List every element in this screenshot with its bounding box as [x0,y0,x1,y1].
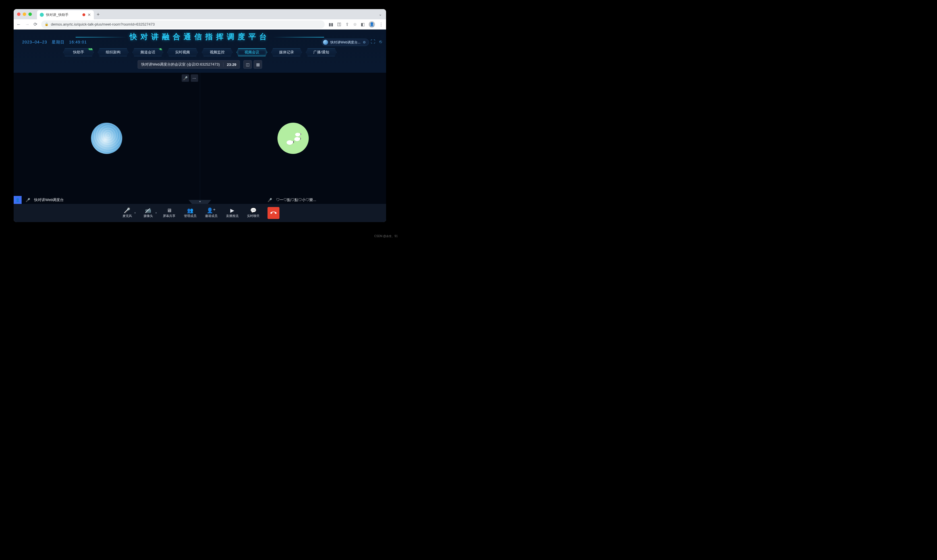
camera-off-icon: 📹 [145,208,151,213]
chevron-up-icon[interactable]: ▴ [134,211,136,214]
settings-gear-icon[interactable]: ⚙ [363,40,366,44]
participant-namebar: 🎤 ♡一♡點♡點♡小♡樂... [266,196,320,204]
side-panel-icon[interactable]: ◧ [361,22,365,27]
nav-tab-assistant[interactable]: 快助手 111 [63,48,94,56]
add-user-icon: 👤⁺ [207,208,216,213]
logout-icon[interactable]: ⎋ [379,39,382,44]
user-chip[interactable]: 快对讲Web调度台... ⚙ [321,38,369,46]
url-text: demos.anyrtc.io/quick-talk-plus/meet-roo… [51,22,154,26]
header-icons: ⛶ ⎋ [371,39,382,44]
badge: 111 [88,46,95,50]
chat-icon: 💬 [250,208,256,213]
cell-more-icon[interactable]: ⋯ [191,74,198,82]
forward-button[interactable]: → [25,22,29,27]
screen-share-icon: 🖥 [167,208,172,213]
browser-toolbar: ← → ⟳ 🔒 demos.anyrtc.io/quick-talk-plus/… [14,19,386,29]
toolbar-icons: ▮▮ ⚿ ⇪ ☆ ◧ 👤 ⋮ [329,21,383,28]
mic-toggle-button[interactable]: 🎤 ▴ 麦克风 [120,208,134,218]
video-grid: 🎤 ⋯ 👤 🎤 快对讲Web调度台 🎤 ♡一♡點♡點♡小♡樂... [14,73,386,204]
datetime: 2023–04–23 星期日 16:49:01 [22,40,87,45]
control-label: 管理成员 [184,214,196,218]
cell-mic-icon[interactable]: 🎤 [182,74,189,82]
nav-label: 快助手 [73,50,84,55]
screen-share-button[interactable]: 🖥 屏幕共享 [162,208,176,218]
participant-namebar: 👤 🎤 快对讲Web调度台 [14,196,68,204]
tab-title: 快对讲_快助手 [46,12,68,17]
layout-sidebar-icon[interactable]: ◫ [243,60,252,69]
control-label: 屏幕共享 [163,214,175,218]
control-label: 邀请成员 [205,214,218,218]
nav-tab-channel[interactable]: 频道会话 27 [133,48,163,56]
nav-tabs: 快助手 111 组织架构 频道会话 27 实时视频 视频监控 视频会议 [14,48,386,56]
chevron-up-icon[interactable]: ▴ [156,211,157,214]
minimize-window-button[interactable] [23,12,26,16]
time-text: 16:49:01 [69,40,87,45]
mic-icon: 🎤 [266,196,274,204]
phone-hangup-icon [269,208,278,217]
user-chip-avatar [323,40,328,45]
browser-tab[interactable]: 快对讲_快助手 ✕ [37,10,94,19]
url-bar[interactable]: 🔒 demos.anyrtc.io/quick-talk-plus/meet-r… [41,20,325,28]
video-cell-peer[interactable]: 🎤 ♡一♡點♡點♡小♡樂... [200,73,386,204]
browser-tabbar: 快对讲_快助手 ✕ + ⌄ [14,9,386,19]
participant-name: ♡一♡點♡點♡小♡樂... [276,197,316,203]
mic-icon: 🎤 [24,196,32,204]
cell-controls: 🎤 ⋯ [182,74,198,82]
favicon [40,13,44,17]
fullscreen-icon[interactable]: ⛶ [371,39,375,44]
layout-switcher: ◫ ▦ [243,60,262,69]
lock-icon: 🔒 [45,22,49,26]
live-stream-button[interactable]: ▶ 直播推流 [225,208,239,218]
nav-tab-meeting[interactable]: 视频会议 [236,48,267,56]
participant-avatar [278,123,309,154]
nav-tab-rtvideo[interactable]: 实时视频 [167,48,198,56]
close-window-button[interactable] [17,12,20,16]
share-icon[interactable]: ⇪ [346,22,349,27]
control-bar: 🎤 ▴ 麦克风 📹 ▴ 摄像头 🖥 屏幕共享 👥 管理成员 👤⁺ 邀请成员 [14,204,386,222]
user-chip-label: 快对讲Web调度台... [330,40,360,45]
browser-window: 快对讲_快助手 ✕ + ⌄ ← → ⟳ 🔒 demos.anyrtc.io/qu… [14,9,386,222]
banner-title: 快对讲融合通信指挥调度平台 [130,32,270,42]
hangup-button[interactable] [267,207,279,219]
maximize-window-button[interactable] [28,12,32,16]
manage-members-button[interactable]: 👥 管理成员 [184,208,197,218]
profile-avatar-icon[interactable]: 👤 [369,21,375,28]
invite-members-button[interactable]: 👤⁺ 邀请成员 [204,208,218,218]
control-label: 麦克风 [122,214,132,218]
app-content: 2023–04–23 星期日 16:49:01 快对讲融合通信指挥调度平台 快对… [14,29,386,222]
chat-button[interactable]: 💬 实时聊天 [247,208,260,218]
room-name: 快对讲Web调度台的会议室 (会议ID:632527473) [138,62,223,67]
members-icon: 👥 [187,208,193,213]
control-label: 直播推流 [226,214,239,218]
nav-tab-org[interactable]: 组织架构 [98,48,128,56]
nav-tab-broadcast[interactable]: 广播/通知 [306,48,337,56]
new-tab-button[interactable]: + [97,12,100,18]
reload-button[interactable]: ⟳ [34,22,37,27]
video-cell-self[interactable]: 🎤 ⋯ 👤 🎤 快对讲Web调度台 [14,73,200,204]
nav-label: 频道会话 [140,50,155,55]
nav-label: 广播/通知 [313,50,329,55]
room-timer: 23:29 [223,63,240,67]
camera-permission-icon[interactable]: ▮▮ [329,22,333,27]
menu-dots-icon[interactable]: ⋮ [379,22,383,27]
app-header: 2023–04–23 星期日 16:49:01 快对讲融合通信指挥调度平台 快对… [14,29,386,56]
back-button[interactable]: ← [17,22,21,27]
password-key-icon[interactable]: ⚿ [337,22,341,27]
layout-grid-icon[interactable]: ▦ [253,60,262,69]
window-controls [17,9,32,19]
collapse-controlbar-button[interactable]: ▾ [188,200,211,204]
recording-indicator-icon [82,13,85,16]
nav-label: 视频监控 [210,50,225,55]
participant-name: 快对讲Web调度台 [34,197,64,203]
nav-label: 组织架构 [106,50,120,55]
nav-tab-media[interactable]: 媒体记录 [271,48,302,56]
close-tab-button[interactable]: ✕ [88,12,91,17]
participant-avatar [91,123,122,154]
bookmark-star-icon[interactable]: ☆ [353,22,357,27]
camera-toggle-button[interactable]: 📹 ▴ 摄像头 [141,208,155,218]
mic-off-icon: 🎤 [124,208,130,213]
watermark: CSDN @余生、91 [374,234,398,238]
self-user-icon: 👤 [14,196,22,204]
tabs-dropdown-icon[interactable]: ⌄ [379,12,382,17]
nav-tab-monitor[interactable]: 视频监控 [202,48,233,56]
